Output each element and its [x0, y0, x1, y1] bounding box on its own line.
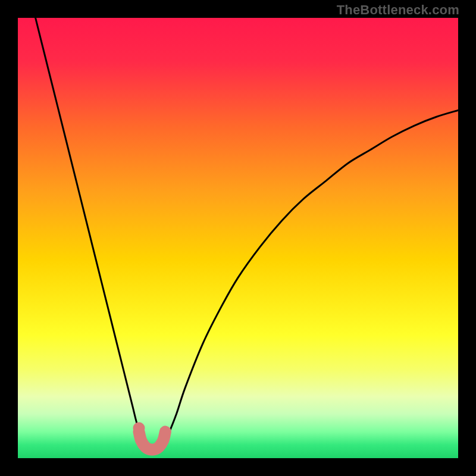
highlight-segment [139, 432, 165, 450]
chart-frame: TheBottleneck.com [0, 0, 476, 476]
plot-area [18, 18, 458, 458]
bottleneck-curve [36, 18, 458, 450]
watermark: TheBottleneck.com [337, 2, 459, 18]
highlight-dot [133, 422, 145, 434]
curve-layer [18, 18, 458, 458]
